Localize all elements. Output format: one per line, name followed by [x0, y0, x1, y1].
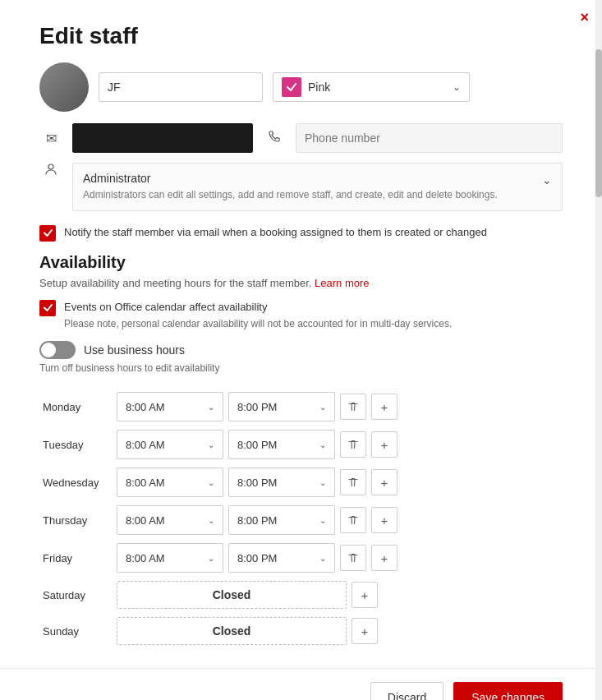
end-time-select[interactable]: 8:00 PM⌄ [228, 467, 335, 497]
day-label: Monday [39, 390, 113, 423]
closed-label: Closed [117, 617, 347, 645]
end-time-select[interactable]: 8:00 PM⌄ [228, 543, 335, 573]
role-title: Administrator [83, 172, 498, 185]
table-row: Friday8:00 AM⌄8:00 PM⌄+ [39, 541, 563, 574]
role-icon [39, 163, 62, 179]
calendar-checkbox-row: Events on Office calendar affect availab… [39, 299, 563, 330]
phone-icon [263, 130, 286, 146]
toggle-label: Use business hours [84, 343, 185, 357]
color-selector[interactable]: Pink ⌄ [273, 72, 470, 102]
initials-input[interactable] [99, 72, 263, 102]
edit-staff-modal: × Edit staff Pink ⌄ ✉ [0, 0, 602, 700]
add-hours-button[interactable]: + [371, 469, 398, 495]
end-time-select[interactable]: 8:00 PM⌄ [228, 505, 335, 535]
discard-button[interactable]: Discard [370, 682, 443, 700]
add-hours-button[interactable]: + [371, 545, 398, 571]
role-row: Administrator Administrators can edit al… [39, 163, 563, 211]
delete-hours-button[interactable] [340, 431, 366, 458]
notify-checkbox[interactable] [39, 225, 56, 242]
add-hours-button[interactable]: + [371, 431, 398, 458]
hours-table: Monday8:00 AM⌄8:00 PM⌄+Tuesday8:00 AM⌄8:… [39, 385, 563, 652]
delete-hours-button[interactable] [340, 394, 366, 420]
add-hours-button[interactable]: + [371, 507, 398, 533]
day-label: Wednesday [39, 466, 113, 499]
business-hours-toggle[interactable] [39, 341, 76, 359]
role-content: Administrator Administrators can edit al… [83, 172, 498, 202]
calendar-check-content: Events on Office calendar affect availab… [64, 299, 452, 330]
phone-input[interactable] [296, 123, 563, 153]
svg-point-0 [48, 164, 53, 169]
scrollbar-thumb[interactable] [595, 49, 602, 197]
delete-hours-button[interactable] [340, 545, 366, 571]
hours-cells: Closed+ [113, 615, 563, 647]
scrollbar-track[interactable] [595, 0, 602, 700]
time-chevron-icon: ⌄ [208, 554, 214, 563]
chevron-down-icon: ⌄ [453, 81, 461, 93]
calendar-note: Please note, personal calendar availabil… [64, 318, 452, 329]
start-time-select[interactable]: 8:00 AM⌄ [117, 392, 223, 421]
notify-checkbox-row: Notify the staff member via email when a… [39, 224, 563, 242]
page-title: Edit staff [39, 23, 602, 49]
time-chevron-icon: ⌄ [319, 403, 326, 412]
start-time-select[interactable]: 8:00 AM⌄ [117, 430, 223, 459]
calendar-check-label: Events on Office calendar affect availab… [64, 299, 452, 315]
time-chevron-icon: ⌄ [208, 403, 214, 412]
closed-label: Closed [117, 581, 347, 609]
role-selector[interactable]: Administrator Administrators can edit al… [72, 163, 563, 211]
end-time-select[interactable]: 8:00 PM⌄ [228, 430, 335, 459]
end-time-select[interactable]: 8:00 PM⌄ [228, 392, 335, 421]
time-chevron-icon: ⌄ [319, 478, 326, 487]
hours-cells: Closed+ [113, 579, 563, 610]
staff-header: Pink ⌄ [39, 62, 563, 112]
notify-label: Notify the staff member via email when a… [64, 224, 487, 241]
email-field[interactable] [72, 123, 253, 153]
save-button[interactable]: Save changes [453, 682, 563, 700]
calendar-checkbox[interactable] [39, 300, 56, 316]
day-label: Friday [39, 541, 113, 574]
availability-desc: Setup availability and meeting hours for… [39, 277, 563, 289]
table-row: Monday8:00 AM⌄8:00 PM⌄+ [39, 390, 563, 423]
day-label: Thursday [39, 504, 113, 537]
start-time-select[interactable]: 8:00 AM⌄ [117, 543, 223, 573]
learn-more-link[interactable]: Learn more [315, 277, 369, 289]
start-time-select[interactable]: 8:00 AM⌄ [117, 505, 223, 535]
email-icon: ✉ [39, 131, 62, 146]
hours-cells: 8:00 AM⌄8:00 PM⌄+ [113, 541, 563, 574]
day-label: Sunday [39, 615, 113, 647]
table-row: SundayClosed+ [39, 615, 563, 647]
add-hours-button[interactable]: + [352, 618, 378, 644]
hours-cells: 8:00 AM⌄8:00 PM⌄+ [113, 428, 563, 461]
time-chevron-icon: ⌄ [208, 516, 214, 525]
table-row: SaturdayClosed+ [39, 579, 563, 610]
contact-row: ✉ [39, 123, 563, 153]
toggle-hint: Turn off business hours to edit availabi… [39, 362, 563, 374]
modal-footer: Discard Save changes [0, 668, 602, 700]
time-chevron-icon: ⌄ [319, 554, 326, 563]
table-row: Thursday8:00 AM⌄8:00 PM⌄+ [39, 504, 563, 537]
role-chevron-icon: ⌄ [542, 173, 552, 187]
add-hours-button[interactable]: + [352, 582, 378, 608]
delete-hours-button[interactable] [340, 507, 366, 533]
day-label: Tuesday [39, 428, 113, 461]
scroll-content: Pink ⌄ ✉ A [0, 62, 602, 668]
color-swatch [282, 77, 301, 97]
role-description: Administrators can edit all settings, ad… [83, 188, 498, 202]
delete-hours-button[interactable] [340, 469, 366, 495]
time-chevron-icon: ⌄ [208, 440, 214, 449]
hours-cells: 8:00 AM⌄8:00 PM⌄+ [113, 466, 563, 499]
time-chevron-icon: ⌄ [319, 440, 326, 449]
hours-cells: 8:00 AM⌄8:00 PM⌄+ [113, 504, 563, 537]
time-chevron-icon: ⌄ [208, 478, 214, 487]
availability-title: Availability [39, 253, 563, 272]
hours-cells: 8:00 AM⌄8:00 PM⌄+ [113, 390, 563, 423]
table-row: Wednesday8:00 AM⌄8:00 PM⌄+ [39, 466, 563, 499]
avatar[interactable] [39, 62, 89, 112]
start-time-select[interactable]: 8:00 AM⌄ [117, 467, 223, 497]
business-hours-toggle-row: Use business hours [39, 341, 563, 359]
time-chevron-icon: ⌄ [319, 516, 326, 525]
day-label: Saturday [39, 579, 113, 610]
table-row: Tuesday8:00 AM⌄8:00 PM⌄+ [39, 428, 563, 461]
color-label: Pink [308, 81, 446, 94]
close-button[interactable]: × [580, 10, 589, 25]
add-hours-button[interactable]: + [371, 394, 398, 420]
